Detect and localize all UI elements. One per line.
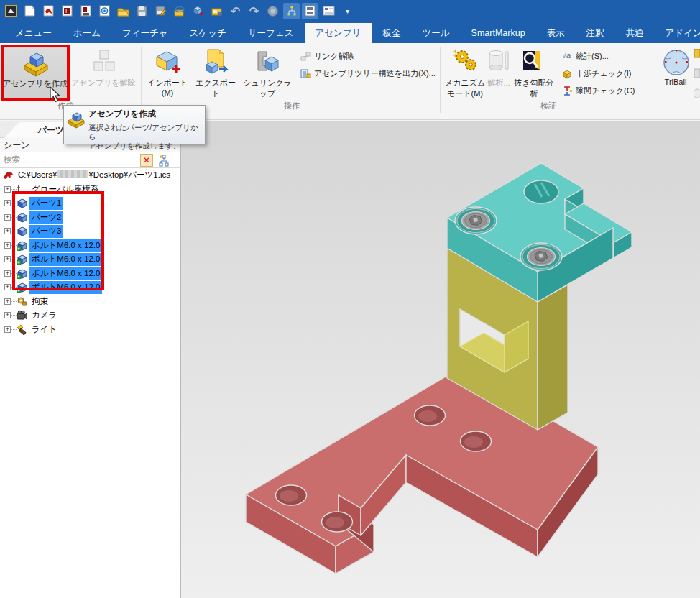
- mouse-cursor: [49, 86, 62, 104]
- tab-menu[interactable]: メニュー: [4, 23, 63, 43]
- tab-sketch[interactable]: スケッチ: [179, 23, 237, 43]
- part-icon: [17, 212, 27, 223]
- expand-toggle[interactable]: [4, 270, 11, 277]
- tree-item-part2[interactable]: パーツ2: [0, 211, 63, 225]
- tooltip-create-assembly: アセンブリを作成 選択されたパーツ/アセンブリから アセンブリを作成します。: [63, 105, 206, 144]
- search-input[interactable]: 検索...: [4, 155, 27, 165]
- bolt-part-icon: [17, 254, 27, 264]
- draft-analysis-button[interactable]: 抜き勾配分析: [512, 46, 556, 99]
- save-edit-icon[interactable]: [152, 3, 169, 19]
- scene-tree-toggle-icon[interactable]: [283, 3, 300, 19]
- statistics-icon: √a: [562, 51, 573, 62]
- mechanism-mode-button[interactable]: メカニズム モード(M): [443, 46, 487, 99]
- viewport-3d[interactable]: [181, 121, 700, 598]
- bolt-part-icon: [17, 282, 27, 293]
- tree-item-constraints[interactable]: 拘束: [0, 295, 50, 309]
- expand-toggle[interactable]: [4, 326, 11, 333]
- app-logo-icon: [3, 3, 19, 19]
- expand-toggle[interactable]: [4, 298, 11, 305]
- undo-icon[interactable]: ↶: [227, 3, 244, 19]
- expand-toggle[interactable]: [4, 242, 11, 249]
- tab-sheetmetal[interactable]: 板金: [372, 23, 411, 43]
- tab-addin[interactable]: アドイン: [655, 23, 700, 43]
- tab-feature[interactable]: フィーチャ: [111, 23, 179, 43]
- tree-item-lights[interactable]: ライト: [0, 323, 59, 337]
- drawing-template-icon[interactable]: [78, 3, 94, 19]
- tree-item-camera[interactable]: カメラ: [0, 308, 59, 323]
- expand-toggle[interactable]: [4, 256, 11, 262]
- export-button[interactable]: エクスポート: [193, 46, 239, 99]
- export-assembly-tree-button[interactable]: アセンブリツリー構造を出力(X)...: [300, 66, 436, 80]
- assembly-model: [181, 121, 700, 598]
- export-tree-icon: [300, 68, 311, 79]
- expand-toggle[interactable]: [4, 200, 11, 206]
- import-label: インポート(M): [147, 78, 188, 97]
- tree-item-bolt-4[interactable]: ボルトM6.0 x 12.0: [0, 280, 102, 295]
- tree-item-label: パーツ1: [29, 197, 63, 210]
- ribbon-tab-bar: メニュー ホーム フィーチャ スケッチ サーフェス アセンブリ 板金 ツール S…: [0, 22, 700, 43]
- clear-search-button[interactable]: ✕: [140, 154, 153, 167]
- send-scene-icon[interactable]: [171, 3, 188, 19]
- property-list-icon[interactable]: [321, 3, 337, 19]
- insert-part-icon[interactable]: [190, 3, 206, 19]
- break-assembly-icon: [88, 47, 119, 76]
- scene-browser-panel: パーツ シーン 検索... ✕ C:¥Users¥¥Desktop¥パーツ1.i…: [0, 121, 181, 598]
- unlink-label: リンク解除: [314, 51, 354, 62]
- expand-toggle[interactable]: [4, 284, 11, 290]
- triball-label: TriBall: [665, 78, 687, 86]
- tree-item-label: カメラ: [29, 309, 59, 322]
- tab-surface[interactable]: サーフェス: [237, 23, 305, 43]
- tree-item-bolt-3[interactable]: ボルトM6.0 x 12.0: [0, 267, 102, 281]
- tree-item-global-axes[interactable]: グローバル座標系: [0, 183, 101, 197]
- tab-common[interactable]: 共通: [615, 23, 655, 43]
- statistics-button[interactable]: √a 統計(S)...: [562, 49, 609, 63]
- blurred-username: [57, 170, 88, 178]
- new-scene-icon[interactable]: [40, 3, 57, 19]
- tab-annotation[interactable]: 注釈: [576, 23, 615, 43]
- new-document-icon[interactable]: [22, 3, 38, 19]
- tree-item-bolt-1[interactable]: ボルトM6.0 x 12.0: [0, 239, 102, 253]
- shrinkwrap-button[interactable]: シュリンクラップ: [240, 46, 295, 99]
- filter-tree-icon[interactable]: [157, 154, 170, 167]
- triball-button[interactable]: TriBall: [657, 46, 694, 86]
- redo-icon[interactable]: ↷: [246, 3, 262, 19]
- shrinkwrap-label: シュリンクラップ: [243, 78, 292, 98]
- tree-item-bolt-2[interactable]: ボルトM6.0 x 12.0: [0, 252, 102, 267]
- group-label-verify: 検証: [540, 101, 556, 111]
- tab-view[interactable]: 表示: [536, 23, 576, 43]
- import-button[interactable]: インポート(M): [144, 46, 191, 97]
- mechanism-mode-label-2: モード(M): [447, 89, 483, 98]
- expand-toggle[interactable]: [4, 228, 11, 234]
- clearance-check-button[interactable]: 隙間チェック(C): [562, 83, 635, 98]
- model-bolt-2[interactable]: [520, 243, 562, 270]
- tree-item-label: ボルトM6.0 x 12.0: [29, 253, 102, 266]
- tree-item-part1[interactable]: パーツ1: [0, 196, 63, 211]
- tree-item-label: 拘束: [29, 295, 50, 308]
- panel-toggle-icon[interactable]: [302, 3, 318, 19]
- unlink-button: リンク解除: [300, 49, 354, 63]
- tree-root-row[interactable]: C:¥Users¥¥Desktop¥パーツ1.ics: [0, 168, 172, 183]
- expand-toggle[interactable]: [4, 214, 11, 221]
- expand-toggle[interactable]: [4, 186, 11, 193]
- customize-dropdown-icon[interactable]: ▾: [339, 3, 356, 19]
- save-icon[interactable]: [134, 3, 150, 19]
- tree-item-label: パーツ2: [29, 211, 63, 224]
- open-folder-icon[interactable]: [115, 3, 132, 19]
- break-assembly-label: アセンブリを解除: [71, 78, 136, 87]
- catalog-box-icon[interactable]: [208, 3, 225, 19]
- drawing-document-icon[interactable]: I: [59, 3, 75, 19]
- tab-home[interactable]: ホーム: [63, 23, 111, 43]
- camera-icon: [17, 310, 27, 321]
- unlink-icon: [300, 51, 311, 62]
- tree-item-label: ボルトM6.0 x 12.0: [29, 281, 102, 294]
- tab-assembly[interactable]: アセンブリ: [305, 23, 372, 43]
- tree-item-part3[interactable]: パーツ3: [0, 224, 63, 239]
- tab-smartmarkup[interactable]: SmartMarkup: [461, 23, 536, 43]
- expand-toggle[interactable]: [4, 312, 11, 318]
- interference-check-button[interactable]: 干渉チェック(I): [562, 66, 631, 80]
- catalog-browser-icon[interactable]: [96, 3, 113, 19]
- group-label-operation: 操作: [284, 101, 300, 111]
- sphere-view-icon[interactable]: [264, 3, 281, 19]
- model-bolt-1[interactable]: [455, 207, 497, 234]
- tab-tools[interactable]: ツール: [411, 23, 460, 43]
